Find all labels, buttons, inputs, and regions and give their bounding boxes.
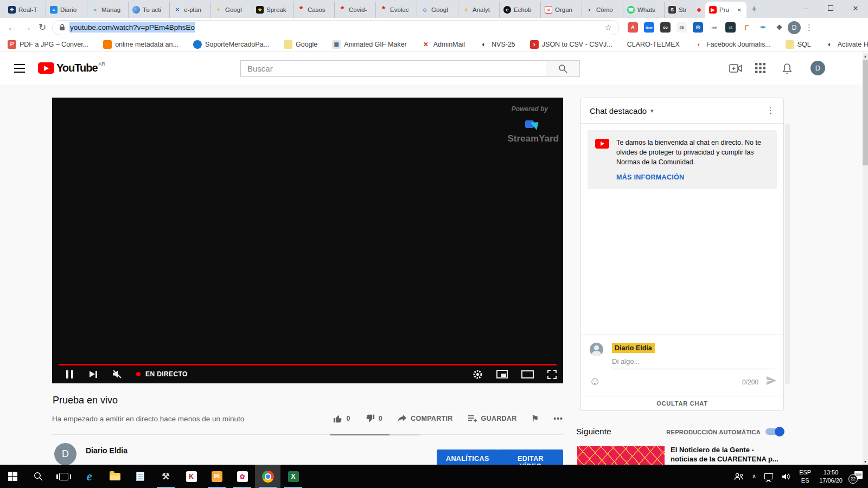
taskbar-photo-app-button[interactable]: K [178, 465, 204, 488]
back-button[interactable]: ← [4, 20, 20, 35]
people-icon[interactable] [734, 473, 744, 480]
browser-tab[interactable]: ☎ Whats [623, 2, 664, 18]
feather-extension-icon[interactable]: ✒ [758, 22, 768, 33]
more-actions-icon[interactable]: ••• [553, 414, 563, 423]
next-video-title[interactable]: El Noticiero de la Gente - noticias de l… [671, 445, 784, 464]
taskbar-edge-button[interactable]: e [76, 465, 102, 488]
hamburger-menu-icon[interactable] [14, 64, 25, 73]
channel-name[interactable]: Diario Eldia [86, 446, 127, 455]
browser-tab[interactable]: S Str [664, 2, 705, 18]
bookmark-item[interactable]: SoporteMercadoPa... [193, 40, 269, 49]
browser-tab[interactable]: ≡ Diario [46, 2, 87, 18]
browser-tab[interactable]: * Evoluc [375, 2, 417, 18]
browser-tab[interactable]: ◐ Cómo [582, 2, 623, 18]
tab-close-icon[interactable]: ✕ [736, 7, 743, 14]
share-button[interactable]: COMPARTIR [397, 414, 452, 423]
ct-extension-icon[interactable]: ct [725, 22, 736, 33]
settings-gear-icon[interactable] [473, 369, 483, 380]
bookmark-item[interactable]: SQL [786, 40, 811, 49]
autoplay-toggle[interactable] [765, 428, 783, 435]
youtube-account-avatar[interactable]: D [810, 61, 825, 75]
js-extension-icon[interactable]: JS [676, 22, 687, 33]
browser-tab[interactable]: ✕ e-plan [169, 2, 210, 18]
browser-tab[interactable]: ≈ Manag [87, 2, 128, 18]
video-player[interactable]: Powered by StreamYard EN DIRECTO [52, 98, 563, 383]
browser-tab[interactable]: ▶ Pru ✕ [705, 2, 746, 18]
pause-button[interactable] [66, 370, 73, 378]
address-bar[interactable]: youtube.com/watch?v=pPEm4BphsEo ☆ [52, 20, 619, 35]
window-close-button[interactable]: ✕ [843, 0, 868, 16]
network-icon[interactable] [764, 473, 773, 479]
new-badge-extension-icon[interactable]: New [644, 22, 654, 33]
next-video-thumbnail[interactable] [577, 446, 665, 465]
clock[interactable]: 13:50 17/06/20 [819, 468, 843, 485]
youtube-logo[interactable]: YouTube AR [38, 62, 105, 74]
bookmark-star-icon[interactable]: ☆ [605, 23, 612, 33]
browser-tab[interactable]: e Echob [499, 2, 540, 18]
send-message-icon[interactable] [766, 376, 777, 386]
hide-chat-button[interactable]: OCULTAR CHAT [581, 396, 783, 410]
puzzle-extension-icon[interactable]: ❖ [774, 22, 784, 33]
miniplayer-icon[interactable] [496, 370, 508, 378]
taskbar-search-button[interactable] [25, 465, 51, 488]
bookmark-item[interactable]: CLARO-TELMEX [627, 41, 680, 48]
taskbar-file-explorer-button[interactable] [102, 465, 127, 488]
fullscreen-icon[interactable] [547, 370, 557, 379]
create-video-icon[interactable] [729, 63, 742, 76]
scroll-up-arrow[interactable]: ▲ [863, 53, 868, 59]
task-view-button[interactable] [51, 465, 76, 488]
bookmark-item[interactable]: Google [284, 40, 317, 49]
taskbar-notepad-button[interactable] [127, 465, 153, 488]
bookmark-item[interactable]: ◐ Activate HUD [826, 40, 868, 49]
bookmark-item[interactable]: ▦ Animated GIF Maker [332, 40, 406, 49]
chat-title[interactable]: Chat destacado [590, 106, 647, 115]
analytics-button[interactable]: ANALÍTICAS [437, 450, 499, 465]
edit-video-button[interactable]: EDITAR VÍDEO [498, 450, 563, 465]
chat-dropdown-caret-icon[interactable]: ▾ [650, 107, 654, 114]
scroll-down-arrow[interactable]: ▼ [863, 458, 868, 465]
bookmark-item[interactable]: P PDF a JPG – Conver... [8, 40, 88, 49]
notifications-bell-icon[interactable] [782, 63, 793, 76]
language-indicator[interactable]: ESP ES [799, 468, 811, 485]
taskbar-outlook-button[interactable]: ✉ [204, 465, 229, 488]
scrollbar-thumb[interactable] [863, 60, 868, 165]
browser-tab[interactable]: IR Organ [540, 2, 582, 18]
browser-tab[interactable]: ★ Spreak [252, 2, 293, 18]
bookmark-item[interactable]: online metadata an... [103, 40, 178, 49]
refresh-button[interactable]: ↻ [35, 20, 50, 35]
invid-extension-icon[interactable]: InV [709, 22, 719, 33]
chat-scrollbar[interactable] [785, 124, 790, 384]
acrobat-extension-icon[interactable]: A [628, 22, 638, 33]
next-video-button[interactable] [90, 371, 97, 378]
window-minimize-button[interactable]: – [793, 0, 818, 16]
mask-extension-icon[interactable]: oo [660, 22, 671, 33]
more-info-link[interactable]: MÁS INFORMACIÓN [616, 174, 684, 181]
bookmark-item[interactable]: ◗ Facebook Journalis... [694, 40, 771, 49]
forward-button[interactable]: → [20, 20, 35, 35]
volume-icon[interactable] [781, 472, 791, 481]
tool-extension-icon[interactable]: Γ [742, 22, 752, 33]
action-center-icon[interactable]: 22 [851, 471, 863, 482]
browser-menu-icon[interactable]: ⋮ [805, 23, 813, 33]
browser-tab[interactable]: ✈ Real-T [4, 2, 46, 18]
browser-profile-avatar[interactable]: D [788, 21, 801, 34]
taskbar-chrome-button[interactable] [255, 465, 280, 488]
report-flag-icon[interactable]: ⚑ [532, 414, 539, 423]
taskbar-excel-button[interactable]: X [280, 465, 306, 488]
browser-tab[interactable]: * Covid- [334, 2, 375, 18]
tray-chevron-icon[interactable]: ∧ [752, 473, 756, 480]
emoji-picker-icon[interactable]: ☺ [589, 375, 601, 387]
taskbar-paint-app-button[interactable]: ✿ [229, 465, 255, 488]
new-tab-button[interactable]: + [746, 2, 762, 17]
browser-tab[interactable]: Tu acti [128, 2, 169, 18]
channel-avatar[interactable]: D [54, 443, 76, 465]
url-text[interactable]: youtube.com/watch?v=pPEm4BphsEo [69, 22, 195, 33]
browser-tab[interactable]: ıl Analyt [458, 2, 499, 18]
like-button[interactable]: 0 [333, 414, 350, 423]
start-button[interactable] [0, 465, 25, 488]
taskbar-snip-tool-button[interactable]: ⚒ [153, 465, 178, 488]
apps-grid-icon[interactable] [755, 63, 765, 75]
save-button[interactable]: GUARDAR [468, 414, 517, 423]
bookmark-item[interactable]: ◐ NVS-25 [480, 40, 515, 49]
chat-message-input[interactable]: Di algo... [612, 357, 775, 369]
